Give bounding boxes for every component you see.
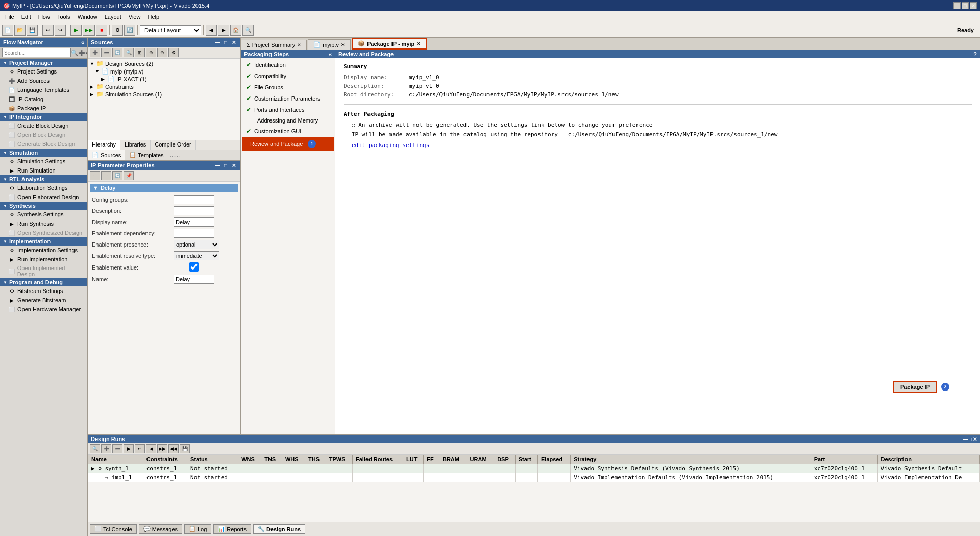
nav-run-simulation[interactable]: ▶ Run Simulation bbox=[0, 166, 87, 175]
ip-back-btn[interactable]: ← bbox=[90, 171, 100, 180]
ip-xact-item[interactable]: ▶ 📄 IP-XACT (1) bbox=[89, 75, 239, 83]
pkg-step-review-package[interactable]: Review and Package 1 bbox=[242, 137, 334, 151]
sources-remove-btn[interactable]: ➖ bbox=[101, 48, 111, 57]
enablement-presence-select[interactable]: optional required bbox=[174, 240, 219, 249]
project-manager-header[interactable]: ▼ Project Manager bbox=[0, 59, 87, 67]
menu-view[interactable]: View bbox=[126, 13, 144, 21]
flow-nav-search-input[interactable] bbox=[2, 48, 71, 57]
nav-project-settings[interactable]: ⚙ Project Settings bbox=[0, 67, 87, 76]
stop-btn[interactable]: ■ bbox=[96, 25, 107, 36]
nav-bitstream-settings[interactable]: ⚙ Bitstream Settings bbox=[0, 286, 87, 296]
nav-ip-catalog[interactable]: 🔲 IP Catalog bbox=[0, 94, 87, 104]
tab-package-ip[interactable]: 📦 Package IP - myip ✕ bbox=[352, 38, 427, 50]
dr-reset-btn[interactable]: ↩ bbox=[135, 444, 145, 453]
design-runs-maximize[interactable]: □ bbox=[969, 436, 972, 442]
menu-help[interactable]: Help bbox=[144, 13, 162, 21]
pkg-step-compatibility[interactable]: ✔ Compatibility bbox=[242, 70, 334, 82]
refresh-btn[interactable]: 🔄 bbox=[124, 25, 135, 36]
config-groups-input[interactable] bbox=[174, 195, 214, 204]
review-help-icon[interactable]: ? bbox=[973, 51, 977, 57]
constraints-item[interactable]: ▶ 📁 Constraints bbox=[89, 83, 239, 90]
ip-forward-btn[interactable]: → bbox=[101, 171, 111, 180]
packaging-collapse[interactable]: « bbox=[329, 51, 332, 57]
tcl-console-tab-btn[interactable]: ⬜ Tcl Console bbox=[90, 524, 137, 534]
sources-maximize-btn[interactable]: □ bbox=[222, 39, 229, 46]
dr-add-btn[interactable]: ➕ bbox=[101, 444, 111, 453]
ip-field-enablement-dep-value[interactable] bbox=[174, 229, 236, 238]
pkg-step-identification[interactable]: ✔ Identification bbox=[242, 59, 334, 70]
rtl-header[interactable]: ▼ RTL Analysis bbox=[0, 175, 87, 183]
pkg-step-ports-interfaces[interactable]: ✔ Ports and Interfaces bbox=[242, 104, 334, 115]
name-input[interactable] bbox=[174, 275, 214, 284]
design-sources-item[interactable]: ▼ 📁 Design Sources (2) bbox=[89, 60, 239, 67]
nav-create-block-design[interactable]: ⬜ Create Block Design bbox=[0, 121, 87, 130]
menu-file[interactable]: File bbox=[2, 13, 17, 21]
templates-sub-tab[interactable]: 📋 Templates bbox=[125, 150, 167, 160]
myip-item[interactable]: ▼ 📄 myip (myip.v) bbox=[89, 67, 239, 75]
sources-collapse-btn[interactable]: ⊖ bbox=[157, 48, 167, 57]
nav-elaboration-settings[interactable]: ⚙ Elaboration Settings bbox=[0, 183, 87, 192]
dr-forward-btn[interactable]: ▶▶ bbox=[157, 444, 167, 453]
design-runs-tab-btn[interactable]: 🔧 Design Runs bbox=[253, 524, 305, 534]
tab-myip-v-close[interactable]: ✕ bbox=[341, 42, 345, 47]
dr-run-btn[interactable]: ▶ bbox=[124, 444, 134, 453]
sources-add-btn[interactable]: ➕ bbox=[90, 48, 100, 57]
sources-settings-btn[interactable]: ⚙ bbox=[168, 48, 179, 57]
implementation-header[interactable]: ▼ Implementation bbox=[0, 237, 87, 246]
ip-field-config-groups-value[interactable] bbox=[174, 195, 236, 204]
tab-project-summary[interactable]: Σ Project Summary ✕ bbox=[241, 40, 307, 50]
ip-field-name-value[interactable] bbox=[174, 275, 236, 284]
menu-layout[interactable]: Layout bbox=[102, 13, 125, 21]
next-btn[interactable]: ▶ bbox=[218, 25, 229, 36]
ip-param-maximize-btn[interactable]: □ bbox=[222, 162, 229, 169]
title-bar-controls[interactable]: — □ ✕ bbox=[953, 2, 977, 9]
minimize-button[interactable]: — bbox=[953, 2, 961, 9]
nav-implementation-settings[interactable]: ⚙ Implementation Settings bbox=[0, 246, 87, 255]
close-button[interactable]: ✕ bbox=[970, 2, 977, 9]
tab-project-summary-close[interactable]: ✕ bbox=[297, 42, 301, 47]
save-btn[interactable]: 💾 bbox=[27, 25, 38, 36]
ip-field-enablement-resolve-value[interactable]: immediate deferred bbox=[174, 251, 236, 260]
sources-close-btn[interactable]: ✕ bbox=[230, 39, 237, 46]
new-project-btn[interactable]: 📄 bbox=[2, 25, 13, 36]
open-project-btn[interactable]: 📂 bbox=[14, 25, 26, 36]
pkg-step-file-groups[interactable]: ✔ File Groups bbox=[242, 82, 334, 93]
ip-param-minimize-btn[interactable]: — bbox=[214, 162, 221, 169]
dr-search-btn[interactable]: 🔍 bbox=[90, 444, 100, 453]
dr-back-btn[interactable]: ◀ bbox=[146, 444, 156, 453]
enablement-resolve-select[interactable]: immediate deferred bbox=[174, 251, 219, 260]
design-runs-minimize[interactable]: — bbox=[963, 436, 968, 442]
sources-hierarchy-btn[interactable]: ⊞ bbox=[135, 48, 145, 57]
compile-btn[interactable]: ⚙ bbox=[112, 25, 123, 36]
enablement-dep-input[interactable] bbox=[174, 229, 214, 238]
nav-language-templates[interactable]: 📄 Language Templates bbox=[0, 85, 87, 94]
undo-btn[interactable]: ↩ bbox=[42, 25, 54, 36]
libraries-tab[interactable]: Libraries bbox=[120, 140, 151, 150]
enablement-value-checkbox[interactable] bbox=[174, 262, 214, 272]
run-all-btn[interactable]: ▶▶ bbox=[83, 25, 95, 36]
nav-synthesis-settings[interactable]: ⚙ Synthesis Settings bbox=[0, 210, 87, 219]
pkg-step-customization-params[interactable]: ✔ Customization Parameters bbox=[242, 93, 334, 104]
prev-btn[interactable]: ◀ bbox=[206, 25, 217, 36]
pkg-step-customization-gui[interactable]: ✔ Customization GUI bbox=[242, 126, 334, 137]
sources-refresh-btn[interactable]: 🔄 bbox=[112, 48, 122, 57]
hierarchy-tab[interactable]: Hierarchy bbox=[88, 140, 120, 150]
run-btn[interactable]: ▶ bbox=[70, 25, 82, 36]
menu-edit[interactable]: Edit bbox=[18, 13, 34, 21]
dr-delete-btn[interactable]: ➖ bbox=[112, 444, 122, 453]
ip-field-enablement-value-value[interactable] bbox=[174, 262, 236, 273]
redo-btn[interactable]: ↪ bbox=[55, 25, 66, 36]
maximize-button[interactable]: □ bbox=[962, 2, 969, 9]
sources-expand-btn[interactable]: ⊕ bbox=[146, 48, 156, 57]
messages-tab-btn[interactable]: 💬 Messages bbox=[139, 524, 182, 534]
menu-tools[interactable]: Tools bbox=[54, 13, 74, 21]
nav-add-sources[interactable]: ➕ Add Sources bbox=[0, 76, 87, 85]
tab-package-ip-close[interactable]: ✕ bbox=[416, 41, 421, 46]
description-input[interactable] bbox=[174, 206, 214, 215]
nav-generate-bitstream[interactable]: ▶ Generate Bitstream bbox=[0, 296, 87, 305]
search-btn[interactable]: 🔍 bbox=[242, 25, 254, 36]
nav-package-ip[interactable]: 📦 Package IP bbox=[0, 104, 87, 113]
home-btn[interactable]: 🏠 bbox=[230, 25, 241, 36]
synthesis-header[interactable]: ▼ Synthesis bbox=[0, 202, 87, 210]
ip-param-close-btn[interactable]: ✕ bbox=[230, 162, 237, 169]
